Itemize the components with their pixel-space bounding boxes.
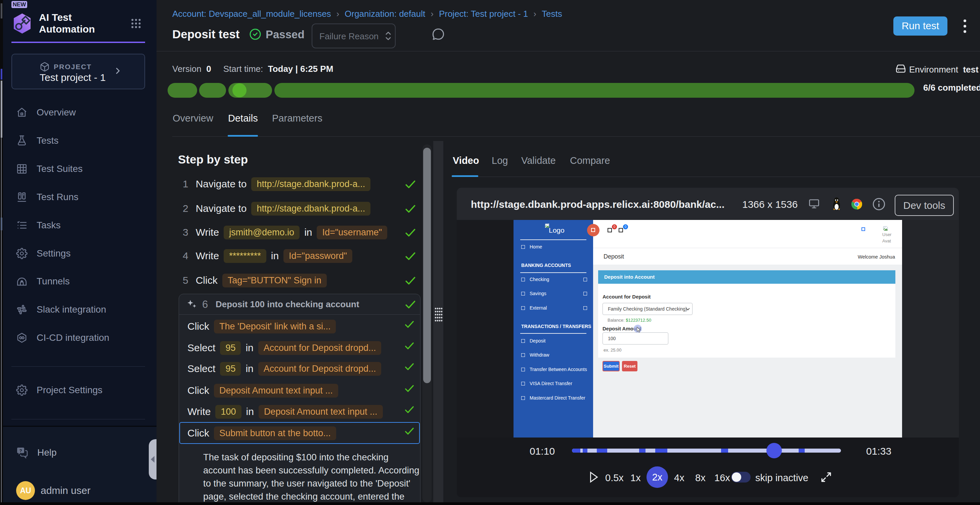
svg-text:?: ? (19, 448, 22, 453)
